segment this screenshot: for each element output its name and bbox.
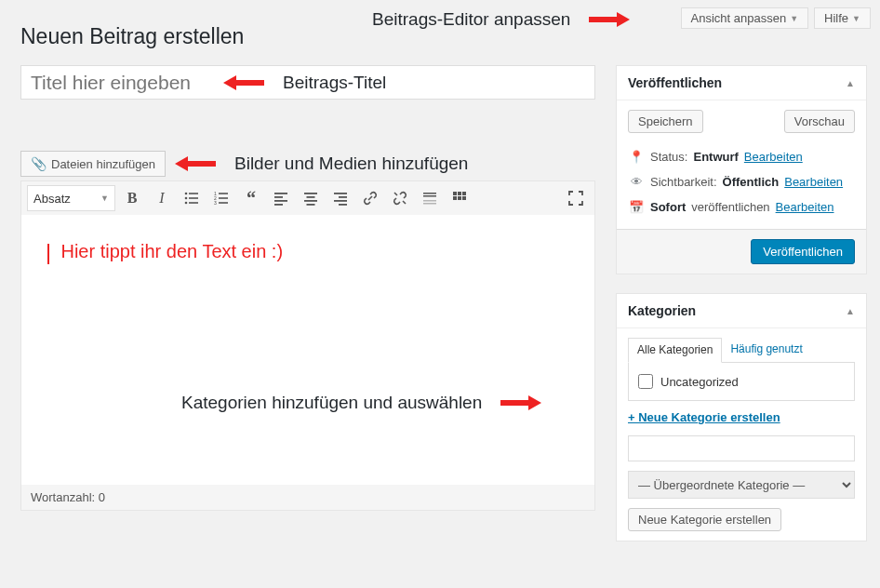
svg-rect-13	[274, 196, 283, 198]
add-media-button[interactable]: 📎 Dateien hinzufügen	[20, 151, 166, 177]
svg-rect-5	[189, 202, 198, 204]
category-item[interactable]: Uncategorized	[638, 374, 845, 389]
parent-category-select[interactable]: — Übergeordnete Kategorie —	[628, 471, 855, 499]
format-select[interactable]: Absatz ▼	[27, 185, 115, 211]
add-category-button[interactable]: Neue Kategorie erstellen	[628, 508, 781, 531]
svg-rect-29	[423, 203, 436, 205]
tab-frequent-categories[interactable]: Häufig genutzt	[722, 338, 810, 362]
screen-options-label: Ansicht anpassen	[691, 11, 787, 25]
toolbar-toggle-button[interactable]	[447, 185, 473, 211]
insert-more-button[interactable]	[417, 185, 443, 211]
svg-line-24	[394, 193, 397, 195]
add-media-label: Dateien hinzufügen	[51, 157, 155, 171]
bullet-list-button[interactable]	[179, 185, 205, 211]
edit-visibility-link[interactable]: Bearbeiten	[784, 175, 843, 189]
svg-rect-28	[423, 200, 436, 202]
schedule-prefix: Sofort	[650, 200, 686, 214]
svg-rect-30	[453, 192, 457, 195]
screen-options-button[interactable]: Ansicht anpassen ▼	[681, 7, 809, 29]
svg-text:3: 3	[214, 200, 217, 206]
add-new-category-link[interactable]: + Neue Kategorie erstellen	[628, 410, 780, 424]
help-label: Hilfe	[824, 11, 848, 25]
visibility-value: Öffentlich	[723, 175, 780, 189]
svg-point-2	[185, 197, 188, 200]
format-select-label: Absatz	[33, 192, 71, 206]
svg-rect-35	[462, 196, 466, 200]
svg-rect-15	[274, 204, 283, 206]
text-cursor-icon	[47, 244, 49, 264]
annotation-editor-text: Hier tippt ihr den Text ein :)	[60, 241, 283, 261]
status-label: Status:	[650, 150, 687, 164]
annotation-categories-hint: Kategorien hinzufügen und auswählen	[181, 393, 482, 413]
categories-box: Kategorien ▲ Alle Kategorien Häufig genu…	[616, 293, 867, 541]
publish-title: Veröffentlichen	[628, 75, 722, 90]
annotation-post-title: Beitrags-Titel	[283, 73, 386, 93]
annotation-add-media: Bilder und Medien hinzufügen	[234, 154, 468, 174]
svg-line-25	[403, 201, 406, 204]
new-category-name-input[interactable]	[628, 435, 855, 461]
align-center-button[interactable]	[298, 185, 324, 211]
svg-rect-31	[458, 192, 461, 195]
numbered-list-button[interactable]: 123	[208, 185, 234, 211]
category-label: Uncategorized	[660, 375, 739, 389]
chevron-down-icon: ▼	[852, 14, 860, 23]
svg-rect-16	[304, 193, 317, 194]
page-title: Neuen Beitrag erstellen	[20, 24, 244, 49]
blockquote-button[interactable]: “	[238, 185, 264, 211]
svg-rect-3	[189, 197, 198, 199]
publish-button[interactable]: Veröffentlichen	[751, 239, 855, 264]
save-draft-button[interactable]: Speichern	[628, 110, 703, 133]
chevron-up-icon: ▲	[846, 78, 855, 88]
svg-rect-32	[462, 192, 466, 195]
bold-button[interactable]: B	[119, 185, 145, 211]
svg-rect-22	[334, 200, 347, 202]
preview-button[interactable]: Vorschau	[784, 110, 855, 133]
annotation-customize-editor: Beitrags-Editor anpassen	[372, 9, 570, 30]
svg-rect-8	[219, 202, 228, 204]
svg-rect-26	[423, 193, 436, 194]
categories-title: Kategorien	[628, 303, 696, 318]
svg-rect-7	[219, 197, 228, 199]
svg-rect-20	[334, 193, 347, 194]
wordcount-value: 0	[99, 490, 105, 504]
help-button[interactable]: Hilfe ▼	[814, 7, 871, 29]
wordcount-label: Wortanzahl:	[31, 490, 95, 504]
schedule-rest: veröffentlichen	[691, 200, 769, 214]
link-button[interactable]	[357, 185, 383, 211]
fullscreen-button[interactable]	[563, 185, 589, 211]
eye-icon: 👁	[628, 175, 645, 189]
category-checkbox[interactable]	[638, 374, 653, 389]
categories-box-header[interactable]: Kategorien ▲	[617, 294, 866, 328]
chevron-up-icon: ▲	[846, 306, 855, 316]
arrow-right-icon	[617, 12, 630, 27]
svg-point-4	[185, 202, 188, 205]
svg-rect-6	[219, 193, 228, 194]
svg-rect-12	[274, 193, 287, 194]
tab-all-categories[interactable]: Alle Kategorien	[628, 338, 722, 363]
arrow-left-icon	[223, 75, 236, 90]
svg-rect-18	[304, 200, 317, 202]
publish-box-header[interactable]: Veröffentlichen ▲	[617, 66, 866, 100]
media-icon: 📎	[31, 156, 47, 171]
align-right-button[interactable]	[327, 185, 353, 211]
svg-rect-17	[307, 196, 315, 198]
unlink-button[interactable]	[387, 185, 413, 211]
chevron-down-icon: ▼	[790, 14, 798, 23]
edit-schedule-link[interactable]: Bearbeiten	[776, 200, 834, 214]
editor-content[interactable]: Hier tippt ihr den Text ein :)	[21, 215, 594, 485]
edit-status-link[interactable]: Bearbeiten	[744, 150, 803, 164]
svg-rect-14	[274, 200, 287, 202]
arrow-right-icon	[528, 395, 541, 410]
svg-rect-34	[458, 196, 461, 200]
svg-point-0	[185, 193, 188, 195]
publish-box: Veröffentlichen ▲ Speichern Vorschau 📍 S…	[616, 65, 867, 274]
italic-button[interactable]: I	[149, 185, 175, 211]
svg-rect-19	[307, 204, 315, 206]
align-left-button[interactable]	[268, 185, 294, 211]
svg-rect-1	[189, 193, 198, 194]
visibility-label: Sichtbarkeit:	[650, 175, 717, 189]
svg-rect-23	[339, 204, 347, 206]
svg-rect-33	[453, 196, 457, 200]
svg-rect-27	[423, 195, 436, 197]
svg-rect-21	[339, 196, 347, 198]
